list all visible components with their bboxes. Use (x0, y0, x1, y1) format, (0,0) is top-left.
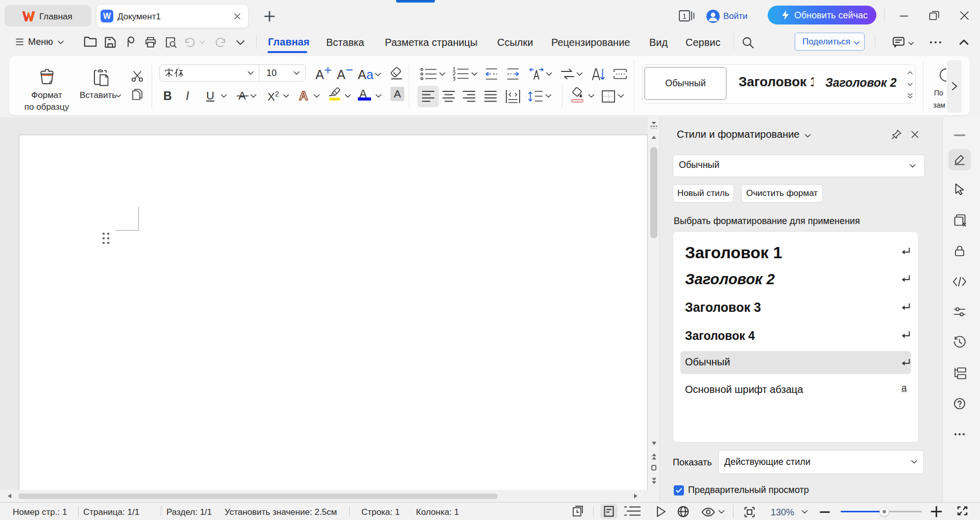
svg-text:1: 1 (682, 12, 687, 20)
